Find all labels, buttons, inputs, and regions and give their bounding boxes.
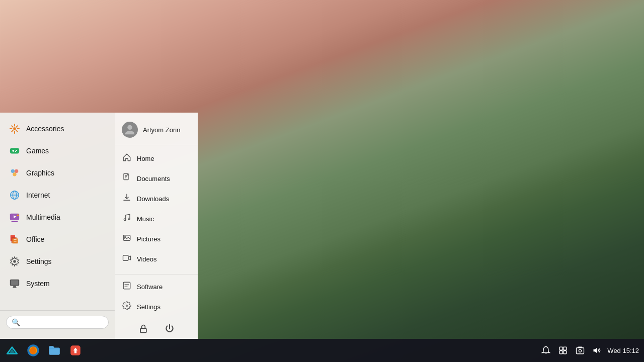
power-button[interactable]	[162, 321, 178, 337]
taskbar-firefox[interactable]	[23, 340, 43, 360]
right-panel: Artyom Zorin Home	[115, 113, 198, 339]
svg-rect-48	[560, 347, 563, 350]
system-icon	[8, 277, 21, 290]
user-section[interactable]: Artyom Zorin	[115, 113, 198, 145]
svg-rect-51	[564, 351, 567, 354]
folder-documents[interactable]: Documents	[115, 168, 198, 189]
svg-point-0	[13, 127, 16, 130]
menu-settings[interactable]: Settings	[115, 297, 198, 317]
home-icon	[122, 153, 132, 164]
svg-point-22	[13, 260, 16, 263]
folder-videos[interactable]: Videos	[115, 249, 198, 269]
svg-point-5	[15, 151, 16, 152]
music-icon	[122, 213, 132, 224]
documents-icon	[122, 173, 132, 184]
svg-rect-39	[125, 284, 129, 285]
svg-point-33	[124, 219, 126, 221]
search-bar: 🔍	[0, 310, 115, 334]
svg-rect-38	[123, 282, 130, 289]
svg-rect-25	[13, 287, 16, 288]
svg-rect-26	[13, 286, 16, 287]
svg-rect-1	[10, 148, 19, 154]
svg-rect-52	[577, 348, 584, 354]
graphics-icon	[8, 166, 21, 179]
taskbar-software-center[interactable]	[65, 340, 86, 360]
clock: Wed 15:12	[607, 347, 639, 354]
sidebar-item-system[interactable]: System	[0, 273, 115, 295]
svg-rect-12	[11, 192, 19, 199]
desktop: Accessories Games	[0, 0, 644, 362]
internet-icon	[8, 189, 21, 202]
downloads-icon	[122, 193, 132, 204]
taskbar: Wed 15:12	[0, 339, 644, 362]
taskbar-zorin[interactable]	[2, 340, 22, 360]
svg-rect-49	[564, 347, 567, 350]
menu-software[interactable]: Software	[115, 277, 198, 297]
folder-home[interactable]: Home	[115, 148, 198, 168]
left-panel: Accessories Games	[0, 113, 115, 339]
user-name: Artyom Zorin	[143, 126, 180, 134]
svg-rect-40	[125, 286, 128, 287]
sidebar-item-games[interactable]: Games	[0, 140, 115, 162]
svg-rect-42	[140, 328, 146, 332]
sidebar-item-multimedia[interactable]: Multimedia	[0, 206, 115, 228]
sidebar-item-graphics[interactable]: Graphics	[0, 162, 115, 184]
svg-rect-50	[560, 351, 563, 354]
svg-point-4	[16, 150, 17, 151]
taskbar-screenshot[interactable]	[573, 343, 587, 357]
pictures-icon	[122, 233, 132, 244]
sidebar-item-accessories[interactable]: Accessories	[0, 118, 115, 140]
taskbar-right: Wed 15:12	[539, 343, 644, 357]
svg-point-6	[11, 169, 15, 173]
avatar	[122, 122, 138, 138]
multimedia-icon	[8, 211, 21, 224]
taskbar-volume[interactable]	[590, 343, 604, 357]
sidebar-item-internet[interactable]: Internet	[0, 184, 115, 206]
taskbar-window-list[interactable]	[556, 343, 570, 357]
folder-list: Home Documents	[115, 145, 198, 272]
svg-point-16	[17, 215, 19, 217]
accessories-icon	[8, 122, 21, 135]
action-row	[115, 317, 198, 339]
sidebar-item-office[interactable]: Office	[0, 228, 115, 250]
sidebar-item-settings[interactable]: Settings	[0, 250, 115, 273]
svg-rect-15	[12, 221, 18, 222]
search-input[interactable]	[23, 319, 103, 326]
office-icon	[8, 233, 21, 246]
taskbar-files[interactable]	[44, 340, 64, 360]
folder-downloads[interactable]: Downloads	[115, 189, 198, 209]
games-icon	[8, 144, 21, 157]
svg-point-53	[579, 349, 582, 352]
settings2-icon	[122, 301, 132, 312]
svg-point-34	[128, 218, 130, 220]
start-menu: Accessories Games	[0, 113, 198, 339]
svg-rect-24	[11, 281, 19, 285]
search-icon: 🔍	[12, 318, 20, 326]
videos-icon	[122, 253, 132, 264]
svg-point-41	[126, 305, 128, 307]
taskbar-notifications[interactable]	[539, 343, 553, 357]
svg-point-8	[13, 172, 16, 176]
taskbar-left	[0, 340, 86, 360]
divider-1	[115, 274, 198, 275]
lock-button[interactable]	[135, 321, 151, 337]
svg-point-27	[127, 125, 132, 130]
software-icon	[122, 281, 132, 292]
search-wrapper: 🔍	[6, 316, 109, 329]
folder-pictures[interactable]: Pictures	[115, 229, 198, 249]
svg-point-7	[15, 169, 18, 173]
folder-music[interactable]: Music	[115, 209, 198, 229]
svg-rect-37	[123, 255, 129, 261]
settings-icon	[8, 255, 21, 268]
